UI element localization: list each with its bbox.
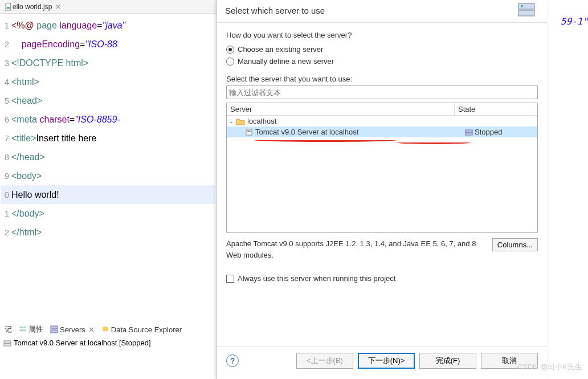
radio-existing-server[interactable]: Choose an existing server: [226, 45, 538, 54]
svg-rect-16: [466, 133, 472, 135]
close-icon[interactable]: ✕: [55, 3, 61, 11]
radio-icon: [226, 46, 234, 54]
col-state[interactable]: State: [455, 103, 537, 115]
annotation-underline: [254, 138, 397, 142]
server-description: Apache Tomcat v9.0 supports J2EE 1.2, 1.…: [226, 238, 488, 260]
question-label: How do you want to select the server?: [226, 31, 538, 39]
svg-rect-3: [19, 329, 26, 331]
next-button[interactable]: 下一步(N)>: [358, 353, 415, 369]
editor-tab[interactable]: ello world.jsp ✕: [0, 0, 217, 14]
code-content[interactable]: 1<%@ page language="java"2 pageEncoding=…: [0, 14, 217, 244]
radio-new-server[interactable]: Manually define a new server: [226, 57, 538, 66]
svg-rect-1: [7, 7, 10, 9]
always-use-checkbox-row[interactable]: Always use this server when running this…: [226, 274, 538, 283]
server-icon: [3, 339, 11, 347]
help-icon[interactable]: ?: [226, 354, 239, 367]
svg-rect-13: [246, 129, 252, 135]
cancel-button[interactable]: 取消: [481, 353, 538, 369]
tree-item-tomcat[interactable]: Tomcat v9.0 Server at localhost Stopped: [227, 127, 537, 137]
svg-rect-7: [103, 328, 108, 331]
back-button: <上一步(B): [296, 353, 353, 369]
bottom-tab-properties[interactable]: 属性: [17, 323, 46, 336]
svg-rect-2: [19, 327, 26, 328]
state-stopped-icon: [465, 128, 473, 136]
server-select-dialog: Select which server to use How do you wa…: [217, 0, 547, 379]
columns-button[interactable]: Columns...: [492, 238, 538, 251]
radio-icon: [226, 58, 234, 66]
expand-icon[interactable]: ⌄: [229, 118, 236, 124]
bottom-tab-bar: 记 属性 Servers ✕ Data Source Explorer: [0, 323, 184, 336]
select-label: Select the server that you want to use:: [226, 75, 538, 83]
annotation-underline: [397, 141, 471, 144]
finish-button[interactable]: 完成(F): [419, 353, 476, 369]
tab-title: ello world.jsp: [13, 3, 52, 11]
bottom-tab-datasource[interactable]: Data Source Explorer: [99, 324, 184, 335]
svg-point-12: [521, 5, 523, 7]
server-table: Server State ⌄ localhost Tomcat v9.0 Ser…: [226, 103, 538, 233]
datasource-icon: [101, 325, 109, 333]
svg-rect-11: [518, 10, 534, 16]
code-overflow: 59-1": [561, 16, 588, 27]
svg-rect-4: [51, 326, 58, 329]
col-server[interactable]: Server: [227, 103, 455, 115]
server-item-icon: [245, 128, 253, 136]
checkbox-icon: [226, 275, 234, 283]
bottom-tab-log[interactable]: 记: [2, 323, 14, 336]
svg-rect-9: [4, 344, 11, 346]
svg-rect-15: [466, 130, 472, 132]
bottom-tab-servers[interactable]: Servers ✕: [48, 324, 97, 335]
tree-root-localhost[interactable]: ⌄ localhost: [227, 116, 537, 127]
close-icon[interactable]: ✕: [88, 325, 95, 334]
folder-icon: [236, 117, 245, 125]
server-status-row[interactable]: Tomcat v9.0 Server at localhost [Stopped…: [0, 336, 154, 349]
filter-input[interactable]: [226, 85, 538, 99]
dialog-title: Select which server to use: [225, 6, 325, 15]
wizard-server-icon: [515, 0, 538, 23]
svg-rect-8: [4, 341, 11, 343]
jsp-file-icon: [5, 3, 13, 11]
servers-icon: [50, 325, 58, 333]
svg-rect-5: [51, 330, 58, 333]
properties-icon: [19, 325, 27, 333]
svg-rect-14: [247, 131, 251, 132]
